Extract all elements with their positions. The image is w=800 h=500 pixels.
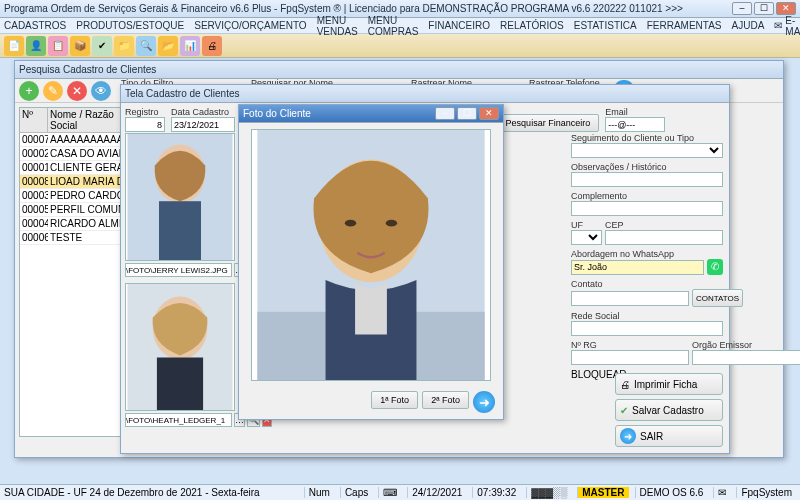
tool-icon[interactable]: 🖨	[202, 36, 222, 56]
uf-label: UF	[571, 220, 602, 230]
photo-popup-window: Foto do Cliente – ☐ ✕ 1ª Foto 2ª Foto ➜	[238, 104, 504, 420]
exit-arrow-icon: ➜	[620, 428, 636, 444]
photo-window-title: Foto do Cliente	[243, 108, 435, 119]
second-photo-button[interactable]: 2ª Foto	[422, 391, 469, 409]
tool-icon[interactable]: 📊	[180, 36, 200, 56]
tool-icon[interactable]: 📦	[70, 36, 90, 56]
delete-button[interactable]: ✕	[67, 81, 87, 101]
list-header-name[interactable]: Nome / Razão Social	[48, 108, 130, 132]
list-row[interactable]: 00001CLIENTE GERAL	[20, 161, 130, 175]
photo-next-icon[interactable]: ➜	[473, 391, 495, 413]
abordagem-label: Abordagem no WhatsApp	[571, 249, 723, 259]
email-input[interactable]	[605, 117, 665, 132]
edit-button[interactable]: ✎	[43, 81, 63, 101]
menu-vendas[interactable]: MENU VENDAS	[317, 15, 358, 37]
menu-ferramentas[interactable]: FERRAMENTAS	[647, 20, 722, 31]
data-cadastro-input[interactable]	[171, 117, 235, 132]
clients-list: Nº Nome / Razão Social 00007AAAAAAAAAAAA…	[19, 107, 131, 437]
complemento-input[interactable]	[571, 201, 723, 216]
uf-select[interactable]	[571, 230, 602, 245]
status-caps: Caps	[340, 487, 372, 498]
status-num: Num	[304, 487, 334, 498]
cep-input[interactable]	[605, 230, 723, 245]
client-photo-1[interactable]	[125, 133, 235, 261]
svg-point-10	[386, 220, 397, 227]
app-title: Programa Ordem de Serviços Gerais & Fina…	[4, 3, 732, 14]
view-button[interactable]: 👁	[91, 81, 111, 101]
menu-servico[interactable]: SERVIÇO/ORÇAMENTO	[194, 20, 306, 31]
data-cadastro-label: Data Cadastro	[171, 107, 235, 117]
rede-label: Rede Social	[571, 311, 723, 321]
maximize-button[interactable]: ☐	[754, 2, 774, 15]
close-button[interactable]: ✕	[776, 2, 796, 15]
photo-large-view	[251, 129, 491, 381]
rg-label: Nº RG	[571, 340, 689, 350]
photo2-filename[interactable]	[125, 413, 232, 427]
list-row[interactable]: 00006TESTE	[20, 231, 130, 245]
orgao-label: Orgão Emissor	[692, 340, 800, 350]
photo-max-button[interactable]: ☐	[457, 107, 477, 120]
statusbar: SUA CIDADE - UF 24 de Dezembro de 2021 -…	[0, 484, 800, 500]
whatsapp-icon[interactable]: ✆	[707, 259, 723, 275]
printer-icon: 🖨	[620, 379, 630, 390]
menu-produtos[interactable]: PRODUTOS/ESTOQUE	[76, 20, 184, 31]
obs-input[interactable]	[571, 172, 723, 187]
list-row[interactable]: 00007AAAAAAAAAAAAAAAAA	[20, 133, 130, 147]
status-fpq[interactable]: FpqSystem	[736, 487, 796, 498]
menu-compras[interactable]: MENU COMPRAS	[368, 15, 419, 37]
sair-button[interactable]: ➜SAIR	[615, 425, 723, 447]
pesquisar-financeiro-button[interactable]: Pesquisar Financeiro	[497, 114, 600, 132]
status-icon: ⌨	[378, 487, 401, 498]
obs-label: Observações / Histórico	[571, 162, 723, 172]
photo-close-button[interactable]: ✕	[479, 107, 499, 120]
list-row[interactable]: 00002CASA DO AVIADOR	[20, 147, 130, 161]
status-mail-icon[interactable]: ✉	[713, 487, 730, 498]
rede-input[interactable]	[571, 321, 723, 336]
status-demo: DEMO OS 6.6	[635, 487, 708, 498]
cadastro-title: Tela Cadastro de Clientes	[125, 88, 725, 99]
tool-icon[interactable]: 📄	[4, 36, 24, 56]
list-row[interactable]: 00003PEDRO CARDOSO DE ME	[20, 189, 130, 203]
mail-icon: ✉	[774, 20, 782, 31]
menu-email[interactable]: ✉E-MAIL	[774, 15, 800, 37]
list-row[interactable]: 00005PERFIL COMUNICAÇÃO	[20, 203, 130, 217]
registro-label: Registro	[125, 107, 165, 117]
rg-input[interactable]	[571, 350, 689, 365]
list-header-num[interactable]: Nº	[20, 108, 48, 132]
contato-label: Contato	[571, 279, 723, 289]
client-photo-2[interactable]	[125, 283, 235, 411]
search-window-title: Pesquisa Cadastro de Clientes	[19, 64, 779, 75]
tool-icon[interactable]: 👤	[26, 36, 46, 56]
minimize-button[interactable]: –	[732, 2, 752, 15]
menu-financeiro[interactable]: FINANCEIRO	[428, 20, 490, 31]
tool-icon[interactable]: 📂	[158, 36, 178, 56]
tool-icon[interactable]: 📋	[48, 36, 68, 56]
svg-rect-5	[157, 358, 203, 411]
list-row[interactable]: 00008LIOAD MARIA DA SILVA	[20, 175, 130, 189]
registro-input[interactable]	[125, 117, 165, 132]
menubar: CADASTROS PRODUTOS/ESTOQUE SERVIÇO/ORÇAM…	[0, 18, 800, 34]
menu-ajuda[interactable]: AJUDA	[732, 20, 765, 31]
seguimento-select[interactable]	[571, 143, 723, 158]
salvar-cadastro-button[interactable]: ✔Salvar Cadastro	[615, 399, 723, 421]
menu-relatorios[interactable]: RELATÓRIOS	[500, 20, 564, 31]
seguimento-label: Seguimento do Cliente ou Tipo	[571, 133, 723, 143]
status-location: SUA CIDADE - UF 24 de Dezembro de 2021 -…	[4, 487, 260, 498]
menu-estatistica[interactable]: ESTATISTICA	[574, 20, 637, 31]
contato-input[interactable]	[571, 291, 689, 306]
imprimir-ficha-button[interactable]: 🖨Imprimir Ficha	[615, 373, 723, 395]
menu-cadastros[interactable]: CADASTROS	[4, 20, 66, 31]
list-row[interactable]: 00004RICARDO ALMEIDA	[20, 217, 130, 231]
contatos-button[interactable]: CONTATOS	[692, 289, 743, 307]
svg-rect-2	[159, 201, 201, 260]
status-master: MASTER	[577, 487, 628, 498]
photo1-filename[interactable]	[125, 263, 232, 277]
abordagem-input[interactable]	[571, 260, 704, 275]
add-button[interactable]: +	[19, 81, 39, 101]
tool-icon[interactable]: ✔	[92, 36, 112, 56]
orgao-input[interactable]	[692, 350, 800, 365]
tool-icon[interactable]: 📁	[114, 36, 134, 56]
first-photo-button[interactable]: 1ª Foto	[371, 391, 418, 409]
photo-min-button[interactable]: –	[435, 107, 455, 120]
tool-icon[interactable]: 🔍	[136, 36, 156, 56]
